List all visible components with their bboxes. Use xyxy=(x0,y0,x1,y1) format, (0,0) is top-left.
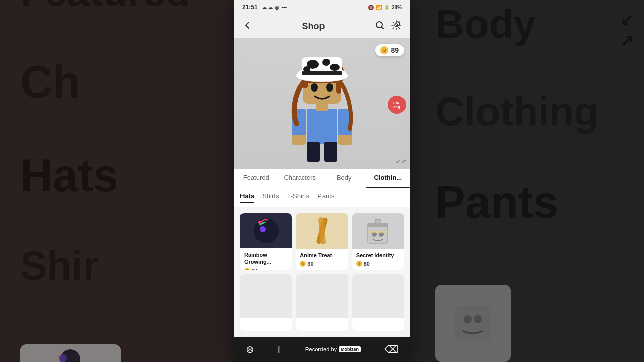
item-info-secret: Secret Identity ⊙ 80 xyxy=(352,249,404,270)
cloud-icon: ☁ ☁ xyxy=(262,5,273,10)
item-info-4 xyxy=(240,318,292,331)
currency-badge: ⊙ 89 xyxy=(375,44,404,56)
mobizen-logo: Mobizen xyxy=(339,346,361,352)
bg-body-text: Body xyxy=(435,0,644,48)
item-name-rainbow: Rainbow Growing... xyxy=(244,251,288,266)
bottom-bar: ⊛ ⦀ Recorded by Mobizen ⌫ xyxy=(234,337,410,362)
svg-rect-14 xyxy=(307,142,320,162)
item-card-4[interactable] xyxy=(240,274,292,331)
battery-percent: 28% xyxy=(392,5,402,10)
price-value-2: 30 xyxy=(307,261,313,267)
mute-icon: 🔇 xyxy=(368,5,374,10)
item-card-5[interactable] xyxy=(296,274,348,331)
bg-pants-text: Pants xyxy=(435,175,644,229)
item-info-rainbow: Rainbow Growing... ⊙ 24 xyxy=(240,248,292,270)
svg-point-19 xyxy=(326,83,333,92)
back-nav-icon[interactable]: ⌫ xyxy=(384,343,398,355)
status-bar: 21:51 ☁ ☁ ◎ ••• 🔇 📶 🔋 28% xyxy=(234,0,410,14)
item-image-6 xyxy=(352,274,404,318)
items-grid: Rainbow Growing... ⊙ 24 Anime Treat ⊙ xyxy=(234,207,410,337)
svg-rect-3 xyxy=(455,306,491,341)
item-card-rainbow[interactable]: Rainbow Growing... ⊙ 24 xyxy=(240,213,292,270)
status-time: 21:51 ☁ ☁ ◎ ••• xyxy=(242,4,287,11)
svg-rect-36 xyxy=(368,223,388,227)
battery-icon: 🔋 xyxy=(384,5,390,10)
time-display: 21:51 xyxy=(242,4,258,11)
currency-amount: 89 xyxy=(391,46,399,54)
item-image-5 xyxy=(296,274,348,318)
tab-clothing[interactable]: Clothin... xyxy=(366,169,411,188)
phone-frame: 21:51 ☁ ☁ ◎ ••• 🔇 📶 🔋 28% Shop xyxy=(234,0,410,362)
sub-tabs: Hats Shirts T-Shirts Pants xyxy=(234,188,410,207)
svg-rect-15 xyxy=(324,142,337,162)
bg-characters-text: Ch xyxy=(20,56,231,108)
signal-icon: 📶 xyxy=(376,5,382,10)
back-button[interactable] xyxy=(242,20,252,33)
bg-featured-text: Featured xyxy=(20,0,231,16)
character-preview: ⊙ 89 mosag ↙↗ xyxy=(234,38,410,169)
svg-rect-29 xyxy=(302,71,342,75)
coin-icon-2: ⊙ xyxy=(300,261,306,267)
subtab-shirts[interactable]: Shirts xyxy=(262,192,279,203)
bg-item-thumb-left xyxy=(20,344,121,363)
price-value-1: 24 xyxy=(252,268,258,270)
item-name-secret: Secret Identity xyxy=(356,252,400,259)
avatar-container xyxy=(272,43,372,164)
coin-icon-1: ⊙ xyxy=(244,268,250,270)
more-icon: ••• xyxy=(281,5,287,10)
background-left: Featured Ch Hats Shir xyxy=(0,0,234,362)
item-image-4 xyxy=(240,274,292,318)
header-actions xyxy=(375,20,402,33)
item-image-rainbow xyxy=(240,213,292,248)
svg-point-30 xyxy=(254,218,279,243)
svg-point-2 xyxy=(59,354,67,363)
tab-characters[interactable]: Characters xyxy=(278,169,323,188)
home-icon[interactable]: ⊛ xyxy=(246,343,254,355)
item-info-6 xyxy=(352,318,404,331)
svg-rect-13 xyxy=(338,135,352,145)
item-price-rainbow: ⊙ 24 xyxy=(244,268,288,270)
item-card-secret[interactable]: Secret Identity ⊙ 80 xyxy=(352,213,404,270)
subtab-tshirts[interactable]: T-Shirts xyxy=(287,192,309,203)
svg-point-5 xyxy=(474,315,482,323)
settings-icon[interactable] xyxy=(391,20,402,33)
svg-point-18 xyxy=(311,83,318,92)
svg-rect-9 xyxy=(307,109,337,144)
tab-featured[interactable]: Featured xyxy=(234,169,278,188)
bg-shirts-text: Shir xyxy=(20,243,231,289)
svg-point-32 xyxy=(258,221,261,224)
background-right: Body Clothing Pants ↙ ↗ xyxy=(410,0,644,362)
item-info-anime: Anime Treat ⊙ 30 xyxy=(296,249,348,270)
recorded-text: Recorded by xyxy=(305,346,337,352)
character-avatar xyxy=(277,43,367,164)
recorded-by-label: Recorded by Mobizen xyxy=(305,346,361,352)
item-card-6[interactable] xyxy=(352,274,404,331)
item-image-anime xyxy=(296,213,348,249)
coin-icon: ⊙ xyxy=(380,46,388,54)
nav-icon[interactable]: ⦀ xyxy=(278,344,282,355)
nav-tabs: Featured Characters Body Clothin... xyxy=(234,169,410,188)
bg-expand-arrows: ↙ ↗ xyxy=(620,10,634,50)
svg-point-4 xyxy=(464,315,472,323)
creator-label: mosag xyxy=(393,100,400,109)
subtab-pants[interactable]: Pants xyxy=(317,192,334,203)
bg-clothing-text: Clothing xyxy=(435,88,644,135)
svg-rect-12 xyxy=(292,135,306,145)
tab-body[interactable]: Body xyxy=(322,169,366,188)
item-card-anime[interactable]: Anime Treat ⊙ 30 xyxy=(296,213,348,270)
svg-point-26 xyxy=(322,59,330,66)
item-price-secret: ⊙ 80 xyxy=(356,261,400,267)
subtab-hats[interactable]: Hats xyxy=(240,192,254,203)
coin-icon-3: ⊙ xyxy=(356,261,362,267)
location-icon: ◎ xyxy=(275,5,279,10)
creator-badge: mosag xyxy=(388,96,406,114)
search-icon[interactable] xyxy=(375,20,385,33)
item-image-secret xyxy=(352,213,404,249)
expand-button[interactable]: ↙↗ xyxy=(396,158,406,165)
bg-hats-text: Hats xyxy=(20,148,231,203)
status-indicators: 🔇 📶 🔋 28% xyxy=(368,5,402,10)
shop-title: Shop xyxy=(302,21,325,32)
item-name-anime: Anime Treat xyxy=(300,252,344,259)
item-info-5 xyxy=(296,318,348,331)
item-price-anime: ⊙ 30 xyxy=(300,261,344,267)
